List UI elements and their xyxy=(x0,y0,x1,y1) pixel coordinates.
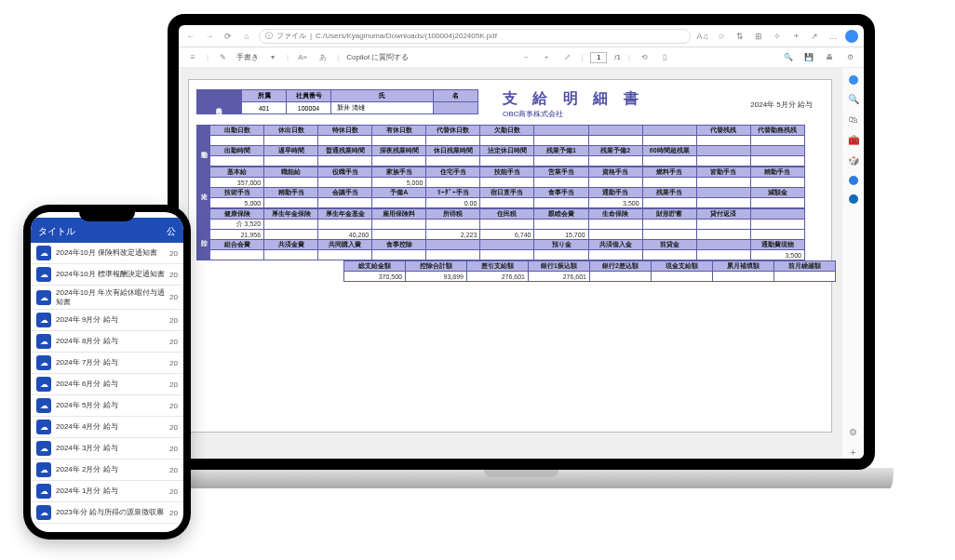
table-data-cell xyxy=(372,156,426,167)
table-header-cell: 休出日数 xyxy=(264,126,318,136)
browser-address-bar: ← → ⟳ ⌂ ⓘ ファイル | C:/Users/Kyaginuma/Down… xyxy=(179,25,864,47)
table-data-cell xyxy=(534,250,588,260)
employee-info-grid: 奉行氏名 所属 社員番号 氏 名 401 100004 新井 清雄 xyxy=(196,89,478,114)
read-aloud-icon[interactable]: A♫ xyxy=(696,30,709,43)
list-item[interactable]: ☁2024年10月 保険料改定通知書20 xyxy=(31,243,183,264)
emp-header: 名 xyxy=(434,90,478,102)
translate-icon[interactable]: あ xyxy=(316,51,330,64)
avatar[interactable] xyxy=(845,30,858,43)
add-icon[interactable]: ＋ xyxy=(789,30,802,43)
url-box[interactable]: ⓘ ファイル | C:/Users/Kyaginuma/Downloads/(1… xyxy=(259,29,691,44)
sync-icon[interactable]: ⇅ xyxy=(733,30,747,43)
pdf-canvas[interactable]: 奉行氏名 所属 社員番号 氏 名 401 100004 新井 清雄 xyxy=(179,68,841,459)
rail-tools-icon[interactable]: 🧰 xyxy=(848,135,859,146)
summary-table: 総支給金額控除合計額差引支給額銀行1振込額銀行2差込額現金支給額累月補填額前月繰… xyxy=(343,260,836,282)
list-item[interactable]: ☁2024年10月 標準報酬決定通知書20 xyxy=(31,264,183,286)
list-item[interactable]: ☁2024年 9月分 給与20 xyxy=(31,310,183,331)
laptop-screen: ← → ⟳ ⌂ ⓘ ファイル | C:/Users/Kyaginuma/Down… xyxy=(168,14,875,470)
hand-tool-label[interactable]: 手書き xyxy=(236,52,259,62)
list-item-year: 20 xyxy=(169,445,178,453)
rail-settings-icon[interactable]: ⚙ xyxy=(848,427,859,438)
favorite-icon[interactable]: ☆ xyxy=(715,30,728,43)
rail-cart-icon[interactable]: 🛍 xyxy=(848,114,859,126)
rotate-icon[interactable]: ⟲ xyxy=(638,51,651,64)
zoom-out-icon[interactable]: − xyxy=(519,51,532,64)
page-current-input[interactable] xyxy=(590,52,607,63)
list-item[interactable]: ☁2024年 3月分 給与20 xyxy=(31,438,183,460)
table-header-cell: ﾘｰﾀﾞｰ手当 xyxy=(426,188,480,198)
table-header-cell: 健康保険 xyxy=(210,209,264,220)
table-data-cell xyxy=(642,198,696,208)
list-item[interactable]: ☁2023年分 給与所得の源泉徴収票20 xyxy=(31,502,183,524)
table-header-cell: 予備A xyxy=(372,188,426,198)
rail-drive-icon[interactable] xyxy=(849,176,858,185)
table-header-cell: 共済借入金 xyxy=(588,240,642,250)
settings-icon[interactable]: ⚙ xyxy=(843,51,856,64)
phone-document-list[interactable]: ☁2024年10月 保険料改定通知書20☁2024年10月 標準報酬決定通知書2… xyxy=(31,243,183,532)
print-icon[interactable]: 🖶 xyxy=(823,51,836,64)
list-item[interactable]: ☁2024年 6月分 給与20 xyxy=(31,374,183,395)
url-prefix: ファイル xyxy=(276,31,306,41)
emp-header: 社員番号 xyxy=(287,90,331,102)
list-item[interactable]: ☁2024年 7月分 給与20 xyxy=(31,353,183,374)
file-badge: ⓘ xyxy=(265,31,273,41)
table-data-cell: 3,500 xyxy=(588,198,642,208)
rail-office-icon[interactable] xyxy=(849,194,858,204)
share-icon[interactable]: ↗ xyxy=(808,30,821,43)
document-icon: ☁ xyxy=(36,246,51,260)
extensions-icon[interactable]: ✧ xyxy=(771,30,784,43)
home-icon[interactable]: ⌂ xyxy=(240,30,253,43)
table-data-cell xyxy=(426,250,480,260)
document-icon: ☁ xyxy=(36,267,51,282)
list-item[interactable]: ☁2024年 1月分 給与20 xyxy=(31,481,183,502)
table-header-cell xyxy=(534,126,588,136)
browser-window: ← → ⟳ ⌂ ⓘ ファイル | C:/Users/Kyaginuma/Down… xyxy=(179,25,864,459)
table-data-cell xyxy=(480,198,534,208)
table-header-cell: 厚生年金基金 xyxy=(318,209,372,220)
list-item-label: 2024年 6月分 給与 xyxy=(56,380,165,389)
list-item-label: 2023年分 給与所得の源泉徴収票 xyxy=(56,508,165,517)
collections-icon[interactable]: ⊞ xyxy=(752,30,765,43)
table-data-cell xyxy=(588,230,642,240)
table-data-cell xyxy=(534,178,588,188)
back-icon[interactable]: ← xyxy=(184,30,197,43)
table-header-cell: 遅早時間 xyxy=(264,146,318,156)
sidebar-toggle-icon[interactable]: ≡ xyxy=(186,51,199,64)
chevron-down-icon[interactable]: ▾ xyxy=(266,51,279,64)
rail-game-icon[interactable]: 🎲 xyxy=(848,155,859,167)
zoom-in-icon[interactable]: ＋ xyxy=(540,51,553,64)
list-item[interactable]: ☁2024年 2月分 給与20 xyxy=(31,460,183,481)
table-data-cell xyxy=(642,156,696,167)
table-data-cell xyxy=(264,136,318,146)
list-item[interactable]: ☁2024年10月 年次有給休暇付与通知書20 xyxy=(31,286,183,310)
rail-search-icon[interactable]: 🔍 xyxy=(848,94,859,105)
search-icon[interactable]: 🔍 xyxy=(782,51,795,64)
list-item[interactable]: ☁2024年 5月分 給与20 xyxy=(31,395,183,417)
read-aloud-icon[interactable]: A» xyxy=(296,51,309,64)
table-data-cell xyxy=(652,272,713,282)
more-icon[interactable]: … xyxy=(827,30,840,43)
table-data-cell xyxy=(696,220,750,230)
table-data-cell xyxy=(426,220,480,230)
copilot-button[interactable]: Copilot に質問する xyxy=(346,52,409,62)
table-data-cell xyxy=(696,156,750,167)
rail-copilot-icon[interactable] xyxy=(849,75,858,85)
fit-icon[interactable]: ⤢ xyxy=(560,51,573,64)
page-view-icon[interactable]: ▯ xyxy=(658,51,671,64)
list-item[interactable]: ☁2024年 8月分 給与20 xyxy=(31,331,183,353)
table-data-cell: 3,500 xyxy=(750,250,804,260)
draw-icon[interactable]: ✎ xyxy=(216,51,229,64)
table-header-cell: 燃料手当 xyxy=(642,167,696,178)
phone-header-title: タイトル xyxy=(38,225,75,238)
table-data-cell xyxy=(264,230,318,240)
forward-icon[interactable]: → xyxy=(203,30,216,43)
reload-icon[interactable]: ⟳ xyxy=(222,30,235,43)
table-data-cell xyxy=(264,220,318,230)
save-icon[interactable]: 💾 xyxy=(802,51,815,64)
list-item[interactable]: ☁2024年 4月分 給与20 xyxy=(31,417,183,438)
rail-plus-icon[interactable]: + xyxy=(848,447,859,459)
table-data-cell: 357,000 xyxy=(210,178,264,188)
table-data-cell xyxy=(480,220,534,230)
list-item-label: 2024年 7月分 給与 xyxy=(56,358,165,367)
pay-table: 基本給職能給役職手当家族手当住宅手当技能手当営業手当資格手当燃料手当皆勤手当精勤… xyxy=(209,167,805,208)
